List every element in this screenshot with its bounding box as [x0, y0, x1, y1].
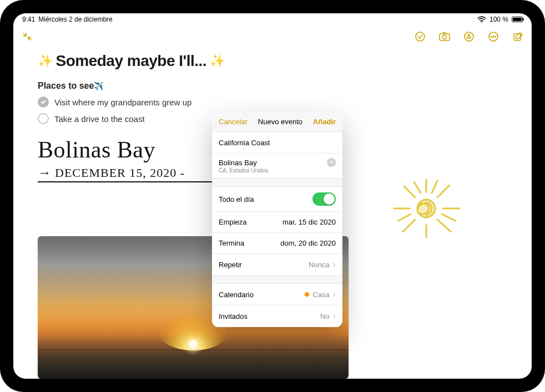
repeat-row[interactable]: Repetir Nunca› — [212, 253, 342, 275]
new-event-popover: Cancelar Nuevo evento Añadir California … — [212, 112, 342, 327]
datetime-group: Todo el día Empieza mar, 15 dic 2020 Ter… — [212, 186, 342, 276]
collapse-icon[interactable] — [21, 30, 33, 43]
allday-row: Todo el día — [212, 187, 342, 211]
ends-row[interactable]: Termina dom, 20 dic 2020 — [212, 232, 342, 253]
checkmark-icon[interactable] — [38, 96, 49, 108]
location-detail: CA, Estados Unidos — [219, 167, 269, 174]
battery-icon — [512, 17, 523, 22]
screen: 9:41 Miércoles 2 de diciembre 100 % — [13, 13, 532, 379]
svg-line-19 — [432, 181, 437, 193]
sparkle-icon: ✨ — [38, 54, 53, 68]
svg-point-0 — [481, 22, 482, 23]
svg-point-7 — [493, 36, 494, 37]
svg-point-8 — [495, 36, 496, 37]
calendar-group: Calendario Casa › Invitados No› — [212, 283, 342, 327]
svg-line-18 — [437, 220, 451, 232]
svg-line-20 — [414, 182, 421, 193]
status-date: Miércoles 2 de diciembre — [38, 16, 112, 23]
plane-icon: ✈️ — [94, 82, 103, 90]
more-icon[interactable] — [487, 30, 499, 43]
note-title-row: ✨ Someday maybe I'll... ✨ — [38, 52, 507, 70]
camera-icon[interactable] — [438, 30, 451, 43]
sparkle-icon: ✨ — [210, 54, 225, 68]
svg-line-22 — [442, 214, 455, 221]
chevron-right-icon: › — [333, 311, 336, 321]
status-time: 9:41 — [22, 16, 35, 23]
starts-row[interactable]: Empieza mar, 15 dic 2020 — [212, 211, 342, 232]
note-title: Someday maybe I'll... — [56, 52, 207, 70]
popover-header: Cancelar Nuevo evento Añadir — [212, 112, 342, 131]
checklist-item[interactable]: Visit where my grandparents grew up — [38, 96, 507, 108]
invitees-row[interactable]: Invitados No› — [212, 305, 342, 327]
section-heading: Places to see✈️ — [38, 81, 507, 91]
battery-percent: 100 % — [490, 16, 508, 23]
svg-line-16 — [437, 185, 450, 197]
allday-toggle[interactable] — [312, 192, 336, 206]
popover-title: Nuevo evento — [258, 118, 302, 126]
checklist-item-text: Take a drive to the coast — [54, 114, 145, 124]
calendar-row[interactable]: Calendario Casa › — [212, 284, 342, 305]
event-location-field[interactable]: Bolinas Bay ✕ CA, Estados Unidos — [212, 153, 342, 178]
ipad-frame: 9:41 Miércoles 2 de diciembre 100 % — [0, 0, 545, 392]
wifi-icon — [477, 16, 486, 23]
note-toolbar — [13, 26, 532, 48]
calendar-color-dot — [305, 292, 309, 297]
compose-icon[interactable] — [512, 30, 524, 43]
svg-point-1 — [416, 32, 425, 41]
svg-point-6 — [491, 36, 492, 37]
svg-line-15 — [404, 186, 415, 197]
arrow-icon: → — [38, 165, 52, 180]
chevron-right-icon: › — [333, 259, 336, 269]
status-bar: 9:41 Miércoles 2 de diciembre 100 % — [13, 13, 532, 26]
clear-icon[interactable]: ✕ — [327, 158, 336, 167]
event-title-field[interactable]: California Coast — [212, 132, 342, 153]
cancel-button[interactable]: Cancelar — [219, 118, 248, 126]
svg-line-21 — [398, 214, 411, 221]
markup-icon[interactable] — [463, 30, 475, 43]
note-body[interactable]: ✨ Someday maybe I'll... ✨ Places to see✈… — [13, 48, 532, 379]
checklist-item-text: Visit where my grandparents grew up — [54, 98, 191, 107]
sun-doodle — [376, 170, 465, 247]
svg-line-17 — [403, 220, 415, 232]
title-location-group: California Coast Bolinas Bay ✕ CA, Estad… — [212, 131, 342, 179]
chevron-right-icon: › — [333, 289, 336, 299]
checkmark-icon[interactable] — [38, 113, 49, 124]
svg-point-3 — [443, 35, 447, 39]
checklist-toolbar-icon[interactable] — [414, 30, 426, 43]
add-button[interactable]: Añadir — [313, 118, 336, 126]
